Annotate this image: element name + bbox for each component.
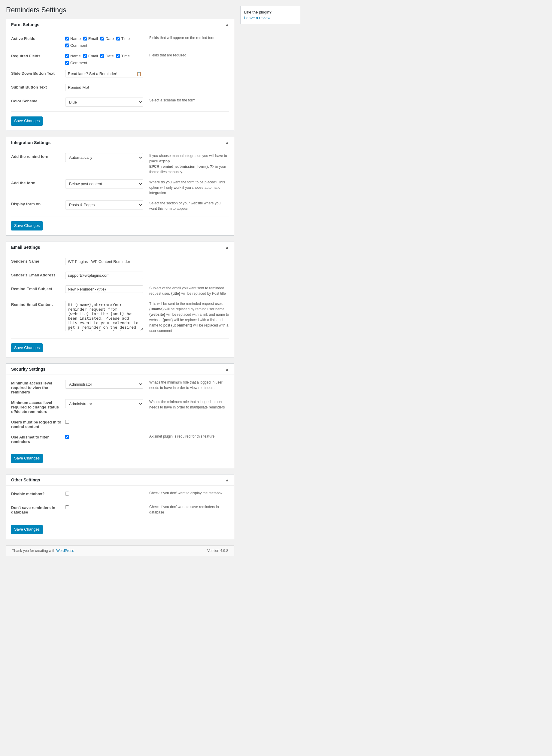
required-time-checkbox[interactable]: Time xyxy=(116,54,130,58)
active-email-checkbox[interactable]: Email xyxy=(83,36,98,41)
color-scheme-help: Select a scheme for the form xyxy=(143,98,229,103)
disable-metabox-checkbox[interactable] xyxy=(65,492,69,496)
logged-in-checkbox[interactable] xyxy=(65,420,69,424)
remind-content-label: Remind Email Content xyxy=(11,301,65,307)
color-scheme-control: Blue Green Red Custom xyxy=(65,98,143,107)
other-settings-collapse-icon[interactable]: ▲ xyxy=(225,478,229,482)
add-form-select[interactable]: Below post content Above post content xyxy=(65,179,143,188)
security-settings-title: Security Settings xyxy=(11,367,45,372)
required-comment-input[interactable] xyxy=(65,61,69,65)
sidebar: Like the plugin? Leave a review. xyxy=(240,6,300,556)
form-settings-save-button[interactable]: Save Changes xyxy=(11,117,43,126)
footer: Thank you for creating with WordPress Ve… xyxy=(6,545,234,556)
display-form-label: Display form on xyxy=(11,200,65,206)
add-remind-form-control: Automatically Manually xyxy=(65,153,143,162)
remind-subject-input[interactable] xyxy=(65,286,143,293)
form-settings-section: Form Settings ▲ Active Fields Name Email xyxy=(6,19,234,131)
form-settings-body: Active Fields Name Email Date xyxy=(6,30,234,131)
other-settings-save-button[interactable]: Save Changes xyxy=(11,525,43,534)
remind-content-textarea[interactable]: Hi {uname},<br><br>Your reminder request… xyxy=(65,301,143,331)
add-form-control: Below post content Above post content xyxy=(65,179,143,188)
security-settings-section: Security Settings ▲ Minimum access level… xyxy=(6,363,234,468)
slide-down-row: Slide Down Button Text 📋 xyxy=(11,70,229,79)
form-settings-save-row: Save Changes xyxy=(11,111,229,126)
slide-down-label: Slide Down Button Text xyxy=(11,70,65,75)
add-form-row: Add the form Below post content Above po… xyxy=(11,179,229,196)
sidebar-widget-like: Like the plugin? Leave a review. xyxy=(240,6,300,24)
email-settings-collapse-icon[interactable]: ▲ xyxy=(225,245,229,250)
required-date-input[interactable] xyxy=(100,54,104,58)
senders-name-control xyxy=(65,258,143,265)
akismet-checkbox[interactable] xyxy=(65,435,69,439)
required-name-checkbox[interactable]: Name xyxy=(65,54,81,58)
security-settings-collapse-icon[interactable]: ▲ xyxy=(225,367,229,372)
active-fields-row: Active Fields Name Email Date xyxy=(11,35,229,48)
other-settings-title: Other Settings xyxy=(11,478,40,482)
integration-settings-collapse-icon[interactable]: ▲ xyxy=(225,140,229,145)
required-comment-checkbox[interactable]: Comment xyxy=(65,61,87,65)
active-comment-input[interactable] xyxy=(65,43,69,47)
required-fields-help: Fields that are required xyxy=(143,52,229,58)
active-date-input[interactable] xyxy=(100,37,104,40)
display-form-select[interactable]: Posts & Pages Posts only Pages only xyxy=(65,200,143,209)
footer-thank-you: Thank you for creating with WordPress xyxy=(12,549,74,553)
add-remind-form-help: If you choose manual integration you wil… xyxy=(143,153,229,175)
active-name-input[interactable] xyxy=(65,37,69,40)
form-settings-header: Form Settings ▲ xyxy=(6,19,234,30)
integration-settings-save-button[interactable]: Save Changes xyxy=(11,221,43,230)
remind-content-help: This will be sent to the reminded reques… xyxy=(143,301,229,334)
required-fields-control: Name Email Date Time xyxy=(65,52,143,65)
active-email-input[interactable] xyxy=(83,37,87,40)
email-settings-save-row: Save Changes xyxy=(11,338,229,353)
security-settings-save-row: Save Changes xyxy=(11,449,229,463)
dont-save-label: Don't save reminders in database xyxy=(11,504,65,514)
min-access-change-help: What's the minimum role that a logged in… xyxy=(143,399,229,410)
active-fields-label: Active Fields xyxy=(11,35,65,41)
senders-email-input[interactable] xyxy=(65,271,143,279)
form-settings-collapse-icon[interactable]: ▲ xyxy=(225,22,229,27)
slide-down-input[interactable] xyxy=(65,70,143,77)
disable-metabox-row: Disable metabox? Check if you don' want … xyxy=(11,491,229,500)
min-access-view-select[interactable]: Administrator Editor Author Contributor … xyxy=(65,380,143,389)
remind-subject-label: Remind Email Subject xyxy=(11,286,65,291)
active-name-checkbox[interactable]: Name xyxy=(65,36,81,41)
email-settings-save-button[interactable]: Save Changes xyxy=(11,343,43,353)
remind-subject-row: Remind Email Subject Subject of the emai… xyxy=(11,286,229,296)
add-remind-form-select[interactable]: Automatically Manually xyxy=(65,153,143,162)
active-time-checkbox[interactable]: Time xyxy=(116,36,130,41)
other-settings-header: Other Settings ▲ xyxy=(6,475,234,486)
required-date-checkbox[interactable]: Date xyxy=(100,54,114,58)
senders-name-input[interactable] xyxy=(65,258,143,265)
display-form-row: Display form on Posts & Pages Posts only… xyxy=(11,200,229,211)
email-settings-body: Sender's Name Sender's Email Address xyxy=(6,253,234,357)
senders-email-label: Sender's Email Address xyxy=(11,271,65,277)
security-settings-save-button[interactable]: Save Changes xyxy=(11,454,43,463)
required-name-input[interactable] xyxy=(65,54,69,58)
integration-settings-title: Integration Settings xyxy=(11,140,50,145)
min-access-change-select[interactable]: Administrator Editor Author Contributor … xyxy=(65,399,143,408)
integration-settings-save-row: Save Changes xyxy=(11,216,229,230)
logged-in-control xyxy=(65,419,143,424)
active-comment-checkbox[interactable]: Comment xyxy=(65,43,87,48)
senders-name-label: Sender's Name xyxy=(11,258,65,263)
website-placeholder: {website} xyxy=(149,313,165,317)
email-settings-header: Email Settings ▲ xyxy=(6,242,234,253)
submit-button-input[interactable] xyxy=(65,84,143,91)
display-form-help: Select the section of your website where… xyxy=(143,200,229,211)
color-scheme-select[interactable]: Blue Green Red Custom xyxy=(65,98,143,107)
integration-settings-header: Integration Settings ▲ xyxy=(6,137,234,148)
dont-save-control xyxy=(65,504,143,509)
required-email-checkbox[interactable]: Email xyxy=(83,54,98,58)
active-time-input[interactable] xyxy=(116,37,120,40)
dont-save-checkbox[interactable] xyxy=(65,506,69,509)
security-settings-body: Minimum access level required to view th… xyxy=(6,375,234,468)
min-access-view-control: Administrator Editor Author Contributor … xyxy=(65,380,143,389)
active-fields-help: Fields that will appear on the remind fo… xyxy=(143,35,229,40)
form-settings-title: Form Settings xyxy=(11,22,39,27)
active-date-checkbox[interactable]: Date xyxy=(100,36,114,41)
leave-review-link[interactable]: Leave a review. xyxy=(244,16,271,20)
required-time-input[interactable] xyxy=(116,54,120,58)
disable-metabox-control xyxy=(65,491,143,496)
required-email-input[interactable] xyxy=(83,54,87,58)
wordpress-link[interactable]: WordPress xyxy=(56,549,74,553)
